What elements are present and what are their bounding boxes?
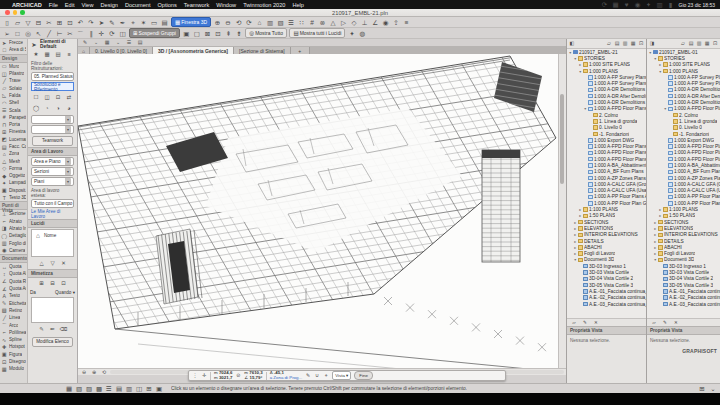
spotlight-icon[interactable]: ✦	[645, 0, 653, 9]
tool-falda[interactable]: ◺Falda	[0, 92, 27, 99]
tool-retino[interactable]: ▨Retino	[0, 307, 27, 314]
tool-camera[interactable]: ◉Camera	[0, 247, 27, 254]
view-map-icon[interactable]: ▥	[696, 39, 702, 48]
layout-book-icon[interactable]: ▦	[704, 39, 710, 48]
workspace-section-header[interactable]: Area di Lavoro	[28, 147, 77, 156]
layer-combo-icon[interactable]: ▤	[54, 50, 62, 59]
unlock-icon[interactable]: ⊡	[214, 29, 222, 38]
tool-pilastro[interactable]: ◫Pilastro	[0, 70, 27, 77]
layer-item[interactable]: Nome	[44, 233, 56, 238]
mini-hatch-icon[interactable]: ▩	[95, 384, 103, 393]
undo-icon[interactable]: ↶	[77, 18, 85, 27]
navigator-toggle-icon[interactable]: ◧	[569, 39, 575, 48]
tool-foglio-di-l-[interactable]: ▥Foglio di L.	[0, 239, 27, 246]
tool-alzato[interactable]: ⌐Alzato	[0, 218, 27, 225]
home-tab[interactable]: ⌂	[78, 47, 90, 54]
tool-sezione[interactable]: ⊥Sezione	[0, 210, 27, 217]
edit-list-button[interactable]: Modifica Elenco	[32, 337, 73, 347]
edit-pen-1-icon[interactable]: ✎	[38, 325, 46, 334]
bring-front-icon[interactable]: ⇞	[224, 29, 232, 38]
view-tab[interactable]: [Sezione di Sistema]	[234, 47, 291, 54]
round-tool-1-icon[interactable]: ◯	[32, 104, 40, 113]
pointer-icon[interactable]: ➤	[98, 18, 106, 27]
mini-grid-icon[interactable]: ▥	[125, 384, 133, 393]
workspace-dropdown-1[interactable]: Area e Piano▾	[31, 157, 74, 166]
tool-trave[interactable]: ╱Trave	[0, 77, 27, 84]
3d-viewport-canvas[interactable]	[78, 54, 559, 369]
tool-testo[interactable]: ATesto	[0, 292, 27, 299]
view-properties-header[interactable]: Proprietà Vista	[567, 326, 646, 335]
tool-testo-3d[interactable]: TTesto 3D	[0, 194, 27, 201]
trim-icon[interactable]: ✂	[66, 29, 74, 38]
battery-icon[interactable]: ▮	[667, 0, 675, 9]
finestra-3d-dropdown[interactable]: ▦Finestra 3D	[171, 17, 211, 27]
save-icon[interactable]: ▽	[24, 18, 32, 27]
camera-icon[interactable]: ◉	[382, 18, 390, 27]
renovation-filter-dropdown[interactable]: 05. Planned Status▾	[31, 72, 74, 81]
tree-item[interactable]: A.E.-02_Facciata continua_soluzio	[647, 295, 720, 301]
mini-fill-icon[interactable]: ▨	[85, 384, 93, 393]
layer-delete-icon[interactable]: ✕	[60, 259, 68, 268]
tool-oggetto[interactable]: ◆Oggetto	[0, 172, 27, 179]
triangle-icon[interactable]: △	[329, 18, 337, 27]
organizer-toggle-icon[interactable]: ◨	[649, 39, 655, 48]
tool-scala[interactable]: ☰Scala	[0, 106, 27, 113]
trace-option-dropdown-1[interactable]: ▾	[31, 115, 74, 124]
coordinate-tracker-bar[interactable]: ⋮ ✛ m 7024,6 m 3021,7 ⊘ m 7610,3 ∠ 15,79…	[188, 370, 506, 381]
pen-icon[interactable]: ✒	[119, 18, 127, 27]
status-expand-icon[interactable]: ⌄	[709, 384, 717, 393]
publish-icon[interactable]: ⇪	[392, 18, 400, 27]
checkbox-icon[interactable]: ☐	[32, 93, 40, 102]
magnet-icon[interactable]: ∪	[314, 371, 320, 380]
tool-facc-cont-[interactable]: ▤Facc. Cont.	[0, 143, 27, 150]
show-all-button[interactable]: ◎Mostra Tutto	[245, 28, 287, 38]
menu-window[interactable]: Window	[216, 2, 236, 8]
tool-quota-ang-[interactable]: ∡Quota Ang.	[0, 285, 27, 292]
send-back-icon[interactable]: ⇟	[235, 29, 243, 38]
ungroup-icon[interactable]: ▢	[193, 29, 201, 38]
toolbox-section-design[interactable]: Design	[0, 54, 27, 63]
tool-quota-alt-[interactable]: ↕Quota Alt.	[0, 270, 27, 277]
zoom-in-icon[interactable]: ⊕	[90, 368, 98, 377]
mimic-tool-2-icon[interactable]: ⊟	[49, 279, 57, 288]
tool-polilinea[interactable]: ⌐Polilinea	[0, 329, 27, 336]
tool-finestra[interactable]: ⊞Finestra	[0, 128, 27, 135]
tool-hotspot[interactable]: ✚Hotspot	[0, 343, 27, 350]
select-icon[interactable]: ➢	[3, 29, 11, 38]
round-tool-3-icon[interactable]: ◑	[54, 104, 62, 113]
tree-item[interactable]: 3D-03 Vista Cortile	[647, 269, 720, 275]
tool-etichetta[interactable]: ✎Etichetta	[0, 300, 27, 307]
layers-section-header[interactable]: Lucidi	[28, 219, 77, 228]
menu-help[interactable]: Help	[292, 2, 304, 8]
new-folder-icon[interactable]: ▱	[570, 318, 578, 327]
new-file-icon[interactable]: ▯	[3, 18, 11, 27]
guide-lines-icon[interactable]: ⌖	[323, 371, 329, 380]
tree-item[interactable]: A.E.-02_Facciata continua_soluzio	[567, 295, 646, 301]
menu-document[interactable]: Document	[125, 2, 151, 8]
view-properties-header[interactable]: Proprietà Vista	[647, 326, 720, 335]
teamwork-button[interactable]: Teamwork	[32, 136, 73, 146]
trace-reference-row[interactable]: Sottolucido e Riferimento	[31, 82, 74, 91]
tree-item[interactable]: ▸1:000 SITE PLANS	[647, 62, 720, 68]
target-icon[interactable]: ⊚	[319, 18, 327, 27]
trace-icon[interactable]: ◫	[43, 93, 51, 102]
mini-layers-icon[interactable]: ▤	[115, 384, 123, 393]
layers-list[interactable]: ⌂ Nome	[31, 229, 74, 257]
inject-icon[interactable]: ✶	[140, 18, 148, 27]
menu-options[interactable]: Options	[157, 2, 176, 8]
workspace-dropdown-2[interactable]: Sezioni▾	[31, 167, 74, 176]
tool-modulo[interactable]: ▦Modulo	[0, 365, 27, 372]
play-icon[interactable]: ▷	[340, 18, 348, 27]
settings-dialog-icon[interactable]: ▦	[43, 50, 51, 59]
delete-icon[interactable]: ✕	[672, 318, 680, 327]
vertical-scrollbar[interactable]	[558, 54, 566, 368]
open-file-icon[interactable]: ▱	[14, 18, 22, 27]
view-tab[interactable]: 3D / [Assonometria Generica]	[153, 47, 234, 54]
status-grid-icon[interactable]: ⊞	[698, 384, 706, 393]
tracker-field[interactable]: Vista ▾	[332, 371, 351, 380]
offset-icon[interactable]: ∥	[87, 29, 95, 38]
adjust-icon[interactable]: ⊢	[56, 29, 64, 38]
mini-list-icon[interactable]: ☰	[105, 384, 113, 393]
view-map-icon[interactable]: ▥	[622, 39, 628, 48]
pick-up-icon[interactable]: ⌖	[129, 18, 137, 27]
